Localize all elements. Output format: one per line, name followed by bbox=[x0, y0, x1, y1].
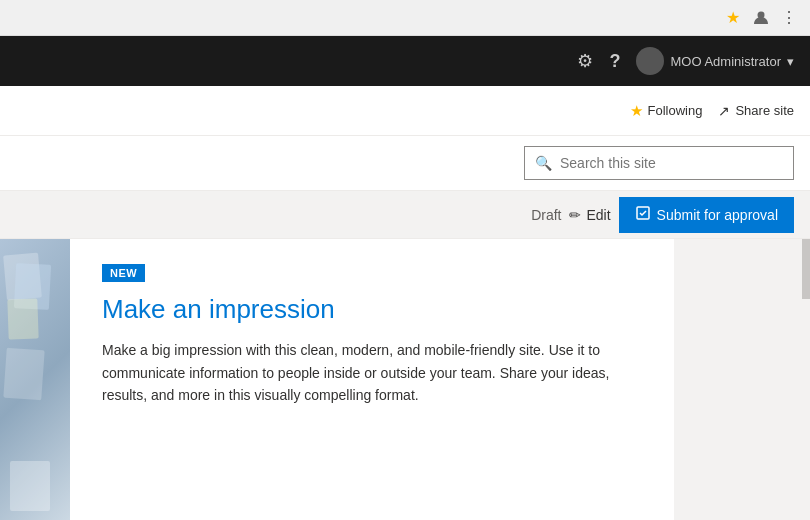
submit-label: Submit for approval bbox=[657, 207, 778, 223]
settings-icon[interactable]: ⚙ bbox=[577, 50, 593, 72]
profile-icon[interactable] bbox=[752, 9, 770, 27]
main-content: NEW Make an impression Make a big impres… bbox=[0, 239, 810, 520]
user-label: MOO Administrator bbox=[670, 54, 781, 69]
content-body: Make a big impression with this clean, m… bbox=[102, 339, 642, 406]
edit-label: Edit bbox=[586, 207, 610, 223]
top-navigation: ⚙ ? MOO Administrator ▾ bbox=[0, 36, 810, 86]
edit-button[interactable]: ✏ Edit bbox=[569, 207, 610, 223]
bookmark-icon[interactable]: ★ bbox=[724, 9, 742, 27]
browser-chrome: ★ ⋮ bbox=[0, 0, 810, 36]
action-bar: Draft ✏ Edit Submit for approval bbox=[0, 191, 810, 239]
share-site-button[interactable]: ↗ Share site bbox=[718, 103, 794, 119]
help-icon[interactable]: ? bbox=[609, 51, 620, 72]
user-menu[interactable]: MOO Administrator ▾ bbox=[636, 47, 794, 75]
more-options-icon[interactable]: ⋮ bbox=[780, 9, 798, 27]
following-label: Following bbox=[648, 103, 703, 118]
scrollbar[interactable] bbox=[802, 239, 810, 520]
edit-icon: ✏ bbox=[569, 207, 581, 223]
avatar bbox=[636, 47, 664, 75]
submit-for-approval-button[interactable]: Submit for approval bbox=[619, 197, 794, 233]
chevron-down-icon: ▾ bbox=[787, 54, 794, 69]
draft-label: Draft bbox=[531, 207, 561, 223]
search-bar-container: 🔍 bbox=[0, 136, 810, 191]
content-area: NEW Make an impression Make a big impres… bbox=[70, 239, 674, 520]
star-icon: ★ bbox=[630, 102, 643, 120]
following-button[interactable]: ★ Following bbox=[630, 102, 703, 120]
search-input[interactable] bbox=[560, 155, 783, 171]
hero-image bbox=[0, 239, 70, 520]
search-box: 🔍 bbox=[524, 146, 794, 180]
content-title: Make an impression bbox=[102, 294, 642, 325]
scrollbar-thumb[interactable] bbox=[802, 239, 810, 299]
new-badge: NEW bbox=[102, 264, 145, 282]
search-icon: 🔍 bbox=[535, 155, 552, 171]
sub-header: ★ Following ↗ Share site bbox=[0, 86, 810, 136]
share-label: Share site bbox=[735, 103, 794, 118]
share-icon: ↗ bbox=[718, 103, 730, 119]
submit-icon bbox=[635, 205, 651, 224]
